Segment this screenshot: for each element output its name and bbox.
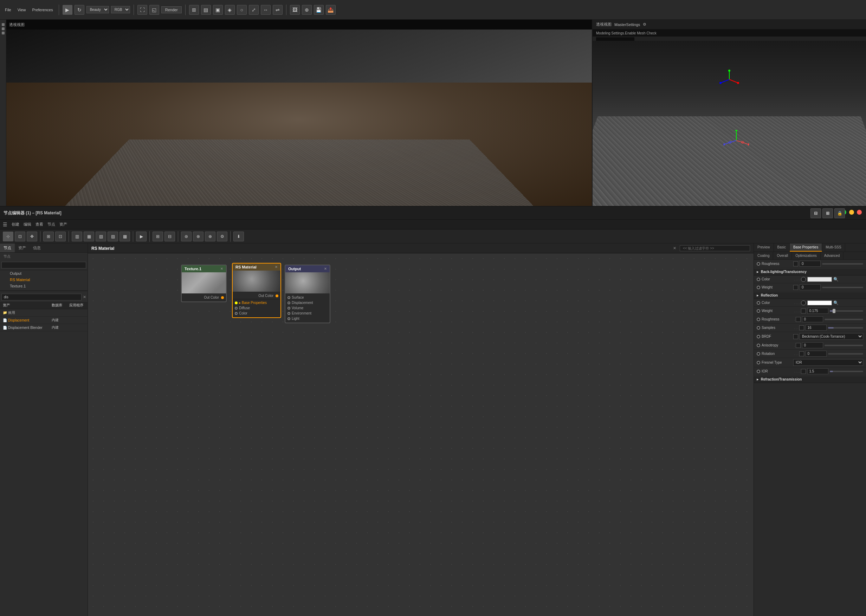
viewport-left[interactable]: 透视视图 [6, 20, 592, 206]
refl-roughness-connect[interactable] [757, 317, 760, 321]
layout-btn-2[interactable]: ▦ [84, 232, 94, 241]
backlighting-weight-connect[interactable] [757, 286, 760, 289]
box-select-tool[interactable]: ⊡ [15, 232, 25, 241]
refl-samples-slider[interactable] [828, 327, 863, 328]
node-tree-output[interactable]: Output [0, 270, 88, 277]
preferences-menu[interactable]: Preferences [30, 8, 55, 12]
refl-roughness-input[interactable] [802, 316, 823, 322]
backlighting-weight-input[interactable] [800, 284, 820, 290]
filter-clear-icon[interactable]: ✕ [673, 246, 676, 251]
backlighting-eyedropper[interactable]: 🔍 [833, 277, 839, 282]
refl-ior-checkbox[interactable] [801, 369, 806, 374]
view-menu[interactable]: View [16, 8, 28, 12]
node-texture1[interactable]: Texture.1 ✕ Out Color [181, 265, 227, 302]
node-rsmaterial-close[interactable]: ✕ [275, 265, 278, 269]
render-mode-select[interactable]: Beauty [86, 6, 109, 13]
panel-lock-icon[interactable]: 🔒 [835, 208, 845, 218]
refl-rotation-checkbox[interactable] [799, 351, 804, 356]
assets-search-input[interactable] [2, 294, 82, 300]
ungroup-btn[interactable]: ⊟ [165, 232, 175, 241]
play-ne-btn[interactable]: ▶ [136, 232, 146, 241]
hamburger-icon[interactable]: ☰ [3, 222, 7, 227]
assets-menu[interactable]: 资产 [60, 222, 67, 227]
node-texture1-close[interactable]: ✕ [220, 267, 223, 270]
roughness-input-top[interactable] [800, 261, 820, 267]
mat-tab-coating[interactable]: Coating [754, 252, 773, 259]
export-icon[interactable]: 📤 [326, 5, 336, 15]
window-close[interactable] [857, 210, 862, 215]
render-button[interactable]: Render [161, 6, 182, 13]
move-tool[interactable]: ✥ [27, 232, 37, 241]
refl-color-swatch[interactable] [807, 300, 832, 305]
backlighting-color-dot[interactable] [801, 277, 806, 282]
layout-icon-1[interactable]: ▤ [201, 5, 211, 15]
crop-icon[interactable]: ⛶ [137, 5, 147, 15]
refl-brdf-select[interactable]: Beckmann (Cook-Torrance) [800, 333, 863, 340]
asset-row-displacement[interactable]: 📄 Displacement 内建 [0, 317, 88, 324]
node-menu[interactable]: 节点 [47, 222, 55, 227]
backlighting-color-swatch[interactable] [807, 277, 832, 282]
layout-btn-4[interactable]: ▨ [108, 232, 118, 241]
refraction-section-header[interactable]: ▸ Refraction/Transmission [754, 376, 866, 383]
panel-double-icon[interactable]: ⊞ [822, 208, 833, 218]
backlighting-weight-slider[interactable] [822, 287, 863, 288]
filter-input[interactable] [680, 245, 750, 251]
backlighting-section[interactable]: ▸ Back-lighting/Translucency [754, 268, 866, 275]
mat-tab-preview[interactable]: Preview [754, 244, 774, 251]
layout-btn-5[interactable]: ▩ [119, 232, 130, 241]
create-menu[interactable]: 创建 [12, 222, 19, 227]
save-icon[interactable]: 💾 [314, 5, 324, 15]
window-minimize[interactable] [849, 210, 854, 215]
rsmaterial-baseprops[interactable]: ▸ Base Properties [233, 300, 280, 305]
panel-split-icon[interactable]: ⊟ [811, 208, 821, 218]
view-menu-ne[interactable]: 查看 [36, 222, 43, 227]
refl-anisotropy-input[interactable] [802, 342, 823, 348]
node-tree-texture1[interactable]: Texture.1 [0, 283, 88, 289]
viewport-right-settings[interactable]: MasterSettings [615, 22, 640, 27]
assets-search-clear[interactable]: ✕ [83, 295, 86, 299]
render-region-icon[interactable]: ◱ [149, 5, 159, 15]
refl-ior-connect[interactable] [757, 370, 760, 373]
expand-icon[interactable]: ⤢ [249, 5, 259, 15]
mat-tab-baseprops[interactable]: Base Properties [790, 244, 822, 251]
refl-weight-slider[interactable] [830, 310, 863, 312]
layout-btn-1[interactable]: ▥ [72, 232, 82, 241]
mat-tab-basic[interactable]: Basic [774, 244, 790, 251]
layout-btn-3[interactable]: ▧ [96, 232, 106, 241]
layout-icon-3[interactable]: ◈ [225, 5, 235, 15]
settings-ne-btn[interactable]: ⚙ [217, 232, 227, 241]
frame-selected-btn[interactable]: ⊡ [55, 232, 66, 241]
tab-info[interactable]: 信息 [30, 244, 44, 252]
refl-fresnel-select[interactable]: IOR [793, 359, 863, 366]
tab-nodes[interactable]: 节点 [0, 244, 15, 252]
backlighting-color-connect[interactable] [757, 278, 760, 281]
refl-brdf-connect[interactable] [757, 335, 760, 338]
display-btn[interactable]: ⊕ [205, 232, 215, 241]
filter-btn-1[interactable]: ⊛ [181, 232, 192, 241]
roughness-checkbox-top[interactable] [793, 261, 798, 266]
tab-assets[interactable]: 资产 [15, 244, 30, 252]
import-btn[interactable]: ⬇ [233, 232, 244, 241]
mat-tab-advanced[interactable]: Advanced [820, 252, 844, 259]
refl-fresnel-connect[interactable] [757, 361, 760, 365]
refl-anisotropy-slider[interactable] [825, 345, 863, 346]
roughness-slider-top[interactable] [822, 263, 863, 265]
swap-icon[interactable]: ⇌ [273, 5, 283, 15]
node-search-input[interactable] [2, 262, 86, 269]
node-output[interactable]: Output ✕ Surface Displacement Vol [284, 265, 330, 323]
roughness-connect-dot[interactable] [757, 262, 760, 266]
mat-panel-scroll[interactable]: Roughness ▸ Back-lighting/Translucency C… [754, 260, 866, 616]
refl-rotation-connect[interactable] [757, 352, 760, 356]
file-menu[interactable]: File [3, 8, 13, 12]
circle-icon[interactable]: ○ [237, 5, 247, 15]
refl-color-dot[interactable] [801, 300, 806, 305]
group-btn[interactable]: ⊞ [152, 232, 163, 241]
mat-tab-multisss[interactable]: Multi-SSS [822, 244, 845, 251]
edit-menu[interactable]: 编辑 [24, 222, 31, 227]
select-tool[interactable]: ⊹ [3, 232, 13, 241]
mat-tab-overall[interactable]: Overall [773, 252, 792, 259]
refl-rotation-slider[interactable] [828, 353, 863, 355]
refresh-button[interactable]: ↻ [74, 5, 84, 15]
layout-icon-2[interactable]: ▣ [213, 5, 223, 15]
filter-btn-2[interactable]: ⊗ [193, 232, 203, 241]
